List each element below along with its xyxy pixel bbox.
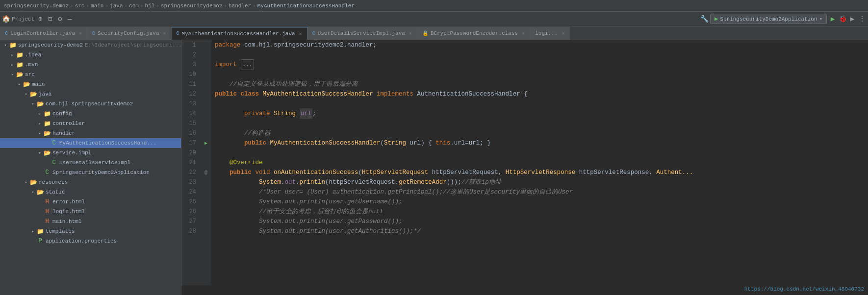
- close-tab-icon[interactable]: ✕: [163, 30, 166, 36]
- expand-arrow: ▸: [29, 229, 36, 234]
- tab-my-auth-success-handler[interactable]: C MyAuthenticationSuccessHandler.java ✕: [172, 27, 307, 40]
- run-icon[interactable]: ▶: [829, 15, 837, 23]
- gutter-17: ▶: [201, 138, 211, 148]
- folder-icon: 📁: [43, 120, 51, 127]
- code-container[interactable]: 1 2 3 10 11 12 13 14 15 16 17 20 21 22 2…: [181, 40, 868, 285]
- close-tab-icon[interactable]: ✕: [562, 30, 564, 36]
- tab-user-details-service[interactable]: C UserDetailsServiceImpl.java ✕: [307, 27, 417, 40]
- line-numbers: 1 2 3 10 11 12 13 14 15 16 17 20 21 22 2…: [181, 40, 201, 285]
- gutter-27: [201, 217, 211, 226]
- run-config-label: SpringsecurityDemo2Application: [720, 16, 817, 22]
- gutter-3: [201, 60, 211, 70]
- tree-item-package[interactable]: ▾ 📂 com.hjl.springsecuritydemo2: [0, 99, 181, 109]
- close-tab-icon[interactable]: ✕: [522, 30, 525, 36]
- tree-item-mvn[interactable]: ▸ 📁 .mvn: [0, 60, 181, 70]
- tab-label: BCryptPasswordEncoder.class: [431, 30, 518, 36]
- expand-arrow: ▾: [9, 72, 16, 77]
- tree-item-main-html[interactable]: H main.html: [0, 217, 181, 226]
- java-class-icon: C: [177, 31, 179, 36]
- more-actions-icon[interactable]: ⋮: [858, 15, 866, 23]
- tree-item-idea[interactable]: ▸ 📁 .idea: [0, 50, 181, 60]
- tree-item-app-properties[interactable]: P application.properties: [0, 236, 181, 246]
- expand-arrow: ▾: [23, 180, 29, 185]
- line-num-10: 10: [183, 70, 199, 79]
- tree-item-app[interactable]: C SpringsecurityDemo2Application: [0, 168, 181, 177]
- code-line-11: //自定义登录成功处理逻辑，用于前后端分离: [215, 79, 868, 89]
- collapse-icon[interactable]: ⊟: [46, 15, 54, 23]
- import-collapsed[interactable]: ...: [241, 59, 255, 70]
- comment-block-25: System.out.println(user.getUsername());: [259, 197, 403, 207]
- code-line-26: //出于安全的考虑，后台打印的值会是null: [215, 207, 868, 217]
- url-hint[interactable]: https://blog.csdn.net/weixin_48040732: [744, 286, 864, 292]
- comment-text: //自定义登录成功处理逻辑，用于前后端分离: [215, 79, 358, 89]
- line-num-12: 12: [183, 89, 199, 99]
- tabs-bar: C LoginController.java ✕ C SecurityConfi…: [0, 26, 868, 40]
- settings-icon[interactable]: ⚙: [56, 15, 64, 23]
- tree-item-config[interactable]: ▸ 📁 config: [0, 109, 181, 119]
- breadcrumb-item[interactable]: main: [91, 3, 103, 9]
- gutter-24: [201, 187, 211, 197]
- tab-login-controller[interactable]: C LoginController.java ✕: [0, 27, 87, 40]
- close-tab-icon[interactable]: ✕: [409, 30, 412, 36]
- tree-item-user-details[interactable]: C UserDetailsServiceImpl: [0, 158, 181, 168]
- code-line-17: public MyAuthenticationSuccessHandler ( …: [215, 138, 868, 148]
- breadcrumb-sep: ›: [124, 3, 128, 9]
- code-line-20: [215, 148, 868, 158]
- code-content[interactable]: package com.hjl.springsecuritydemo2.hand…: [211, 40, 868, 285]
- add-icon[interactable]: ⊕: [36, 15, 44, 23]
- breadcrumb-item[interactable]: handler: [229, 3, 251, 9]
- debug-icon[interactable]: 🐞: [839, 15, 846, 23]
- folder-open-icon: 📂: [29, 90, 37, 98]
- tree-item-main[interactable]: ▾ 📂 main: [0, 79, 181, 89]
- folder-icon: 📁: [36, 227, 44, 235]
- close-tab-icon[interactable]: ✕: [79, 30, 82, 36]
- keyword-this: this: [435, 138, 450, 148]
- breadcrumb-item[interactable]: com: [129, 3, 139, 9]
- breadcrumb-item[interactable]: hjl: [145, 3, 155, 9]
- line-num-23: 23: [183, 177, 199, 187]
- tree-item-controller[interactable]: ▸ 📁 controller: [0, 119, 181, 128]
- tree-item-java[interactable]: ▾ 📂 java: [0, 89, 181, 99]
- tree-item-static[interactable]: ▾ 📂 static: [0, 187, 181, 197]
- comment-block-26: //出于安全的考虑，后台打印的值会是null: [259, 207, 383, 217]
- line-num-15: 15: [183, 119, 199, 128]
- tree-item-templates[interactable]: ▸ 📁 templates: [0, 226, 181, 236]
- wrench-icon[interactable]: 🔧: [700, 15, 708, 23]
- tree-item-service-impl[interactable]: ▾ 📂 service.impl: [0, 148, 181, 158]
- code-line-1: package com.hjl.springsecuritydemo2.hand…: [215, 40, 868, 50]
- gutter-10: [201, 70, 211, 79]
- comment-block-27: System.out.println(user.getPassword());: [259, 217, 403, 226]
- run-configuration[interactable]: ▶ SpringsecurityDemo2Application ▾: [710, 14, 827, 24]
- tree-item-my-auth-handler[interactable]: C MyAuthenticationSuccessHand...: [0, 138, 181, 148]
- gutter-16: [201, 128, 211, 138]
- class-name-myauth: MyAuthenticationSuccessHandler: [263, 89, 377, 99]
- close-icon[interactable]: —: [66, 15, 74, 23]
- line-num-27: 27: [183, 217, 199, 226]
- tree-item-src[interactable]: ▾ 📂 src: [0, 70, 181, 79]
- breadcrumb-sep: ›: [224, 3, 227, 9]
- gutter-26: [201, 207, 211, 217]
- gutter-22: @: [201, 168, 211, 177]
- dropdown-icon: ▾: [819, 16, 822, 22]
- tab-security-config[interactable]: C SecurityConfig.java ✕: [87, 27, 171, 40]
- code-line-13: [215, 99, 868, 109]
- breadcrumb-item[interactable]: springsecurity-demo2: [4, 3, 69, 9]
- main-area: ▾ 📁 springsecurity-demo2 E:\IdeaProject\…: [0, 40, 868, 295]
- tree-item-login-html[interactable]: H login.html: [0, 207, 181, 217]
- breadcrumb-item[interactable]: java: [110, 3, 123, 9]
- tree-item-handler[interactable]: ▾ 📂 handler: [0, 128, 181, 138]
- close-tab-icon[interactable]: ✕: [299, 31, 302, 37]
- breadcrumb-item[interactable]: springsecuritydemo2: [161, 3, 222, 9]
- code-line-27: System.out.println(user.getPassword());: [215, 217, 868, 226]
- tab-bcrypt-password[interactable]: 🔒 BCryptPasswordEncoder.class ✕: [417, 27, 530, 40]
- class-icon: C: [50, 159, 58, 167]
- tree-item-error-html[interactable]: H error.html: [0, 197, 181, 207]
- keyword-import: import: [215, 60, 241, 70]
- tree-item-root[interactable]: ▾ 📁 springsecurity-demo2 E:\IdeaProject\…: [0, 40, 181, 50]
- tree-item-resources[interactable]: ▾ 📂 resources: [0, 177, 181, 187]
- run-coverage-icon[interactable]: ▶: [848, 15, 856, 23]
- breadcrumb-item[interactable]: src: [75, 3, 85, 9]
- class-file-icon: 🔒: [422, 30, 428, 36]
- folder-icon: 📁: [43, 110, 51, 118]
- tab-logi[interactable]: logi... ✕: [530, 27, 570, 40]
